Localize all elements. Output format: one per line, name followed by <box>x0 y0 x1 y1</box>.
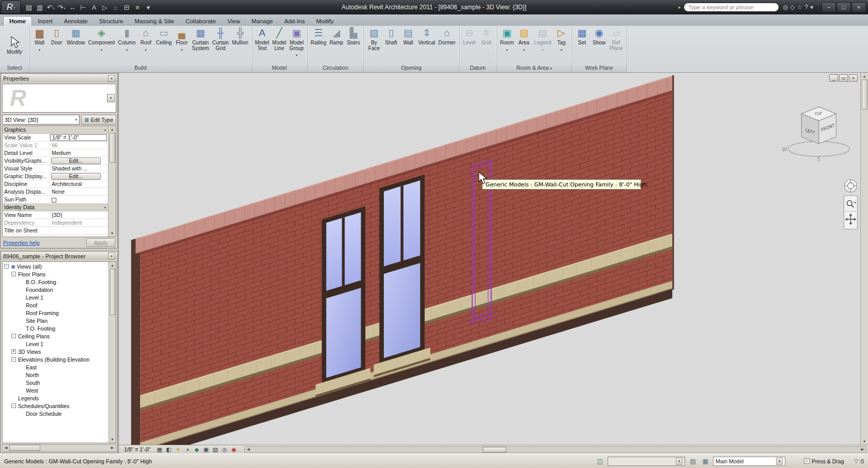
property-row[interactable]: Analysis Displa... Analysis Displa... No… <box>3 188 108 196</box>
ref-plane-button[interactable]: ▱ Ref Plane <box>608 27 625 64</box>
tab-home[interactable]: Home <box>3 16 32 26</box>
viewport-hscrollbar[interactable]: ◀▶ <box>244 446 866 453</box>
visual-style-icon[interactable]: ◧ <box>164 446 173 453</box>
scale-button[interactable]: 1/8" = 1'-0" <box>120 446 154 453</box>
property-row[interactable]: View Name View Name {3D} <box>3 211 108 219</box>
tree-item[interactable]: B.O. Footing <box>3 278 109 286</box>
project-browser-header[interactable]: 89406_sample - Project Browser × <box>1 252 117 260</box>
panel-label-work-plane[interactable]: Work Plane <box>572 64 626 72</box>
tree-item[interactable]: Site Plan <box>3 317 109 324</box>
vertical-opening-button[interactable]: ⇕ Vertical <box>416 27 437 64</box>
tab-manage[interactable]: Manage <box>246 17 279 26</box>
tree-expander-icon[interactable]: - <box>4 264 9 269</box>
property-row[interactable]: View Scale View Scale 1/8" = 1'-0" <box>3 134 108 142</box>
legend-button[interactable]: ▤ Legend <box>533 27 553 64</box>
tab-modify[interactable]: Modify <box>311 17 339 26</box>
binoculars-search-icon[interactable]: ◎ <box>782 4 789 11</box>
tab-add-ins[interactable]: Add-Ins <box>278 17 311 26</box>
shaft-opening-button[interactable]: ▯ Shaft <box>382 27 399 64</box>
help-icon[interactable]: ? <box>803 4 809 11</box>
tree-item[interactable]: - Ceiling Plans <box>3 332 109 340</box>
infocenter-toggle-icon[interactable]: ▸ <box>678 5 681 10</box>
roof-button[interactable]: ⌂ Roof <box>137 27 154 64</box>
model-line-button[interactable]: ╱ Model Line <box>271 27 288 64</box>
panel-label-room-area[interactable]: Room & Area <box>497 64 571 72</box>
properties-header[interactable]: Properties × <box>1 74 117 83</box>
dormer-opening-button[interactable]: ⌂ Dormer <box>437 27 457 64</box>
tree-item[interactable]: Roof <box>3 301 109 309</box>
property-row[interactable]: Title on Sheet Title on Sheet <box>3 227 108 235</box>
level-button[interactable]: ⊖ Level <box>461 27 478 64</box>
door-button[interactable]: ▯ Door <box>48 27 65 64</box>
tree-item[interactable]: West <box>3 386 109 394</box>
wall-opening-button[interactable]: ▤ Wall <box>399 27 416 64</box>
properties-close-button[interactable]: × <box>108 75 115 82</box>
project-browser-close-button[interactable]: × <box>108 253 115 259</box>
sun-path-icon[interactable]: ☀ <box>174 446 182 453</box>
window-2[interactable] <box>374 173 430 377</box>
tree-item[interactable]: East <box>3 363 109 371</box>
close-button[interactable]: × <box>851 2 866 12</box>
property-row[interactable]: Visibility/Graphi... Visibility/Graphi..… <box>3 157 108 165</box>
tree-item[interactable]: Level 1 <box>3 340 109 348</box>
property-row[interactable]: Identity Data Identity Data <box>3 204 108 211</box>
property-row[interactable]: Graphic Display... Graphic Display... Ed… <box>3 173 108 180</box>
tree-item[interactable]: South <box>3 379 109 386</box>
property-row[interactable]: Visual Style Visual Style Shaded with ..… <box>3 165 108 173</box>
viewport-vscrollbar[interactable]: ▲▼ <box>860 73 868 445</box>
column-button[interactable]: ▮ Column <box>116 27 137 64</box>
stairs-button[interactable]: ▙ Stairs <box>345 27 362 64</box>
press-drag-checkbox-box[interactable]: ✓ <box>804 458 810 464</box>
measure-icon[interactable]: ↔ <box>67 2 78 13</box>
property-row[interactable]: Discipline Discipline Architectural <box>3 180 108 188</box>
tree-item[interactable]: North <box>3 371 109 379</box>
selection-filter[interactable]: ▽ :0 <box>855 458 864 464</box>
undo-icon[interactable]: ↶ <box>45 2 56 13</box>
design-options-icon[interactable]: ▦ <box>701 457 710 465</box>
panel-label-circulation[interactable]: Circulation <box>307 64 364 72</box>
application-menu-button[interactable]: R ▾ <box>1 1 21 14</box>
tree-item[interactable]: Foundation <box>3 286 109 293</box>
section-icon[interactable]: ⊟ <box>121 2 132 13</box>
tab-massing-site[interactable]: Massing & Site <box>129 17 180 26</box>
model-text-button[interactable]: A Model Text <box>254 27 271 64</box>
show-work-plane-button[interactable]: ◉ Show <box>591 27 608 64</box>
tag-by-category-icon[interactable]: ▷ <box>100 2 110 13</box>
grid-button[interactable]: # Grid <box>478 27 495 64</box>
tree-item[interactable]: Legends <box>3 394 109 402</box>
press-drag-checkbox[interactable]: ✓ Press & Drag <box>804 458 844 464</box>
viewport-restore-button[interactable]: ▭ <box>839 74 848 82</box>
editing-requests-icon[interactable]: ▤ <box>688 457 698 465</box>
favorites-icon[interactable]: ☆ <box>796 4 804 11</box>
panel-label-model[interactable]: Model <box>252 64 307 72</box>
temporary-hide-isolate-icon[interactable]: ◎ <box>220 446 229 453</box>
project-browser-vscrollbar[interactable]: ▲▼ <box>109 262 116 443</box>
property-row[interactable]: Graphics Graphics <box>3 126 108 134</box>
tree-expander-icon[interactable]: - <box>11 334 16 338</box>
tree-item[interactable]: T.O. Footing <box>3 324 109 332</box>
property-row[interactable]: Sun Path Sun Path <box>3 196 108 204</box>
sun-path-checkbox[interactable] <box>52 198 56 202</box>
apply-button[interactable]: Apply <box>86 238 115 247</box>
panel-label-select[interactable]: Select <box>0 64 29 72</box>
model-canvas[interactable]: Generic Models : GM-Wall-Cut Opening Fam… <box>119 73 868 445</box>
default-3d-view-icon[interactable]: ⌂ <box>111 2 121 13</box>
reveal-hidden-icon[interactable]: ◉ <box>229 446 238 453</box>
redo-icon[interactable]: ↷ <box>56 2 67 13</box>
tree-item[interactable]: Roof Framing <box>3 309 109 317</box>
show-crop-icon[interactable]: ▧ <box>211 446 220 453</box>
ramp-button[interactable]: ◢ Ramp <box>328 27 345 64</box>
tree-expander-icon[interactable]: - <box>11 357 16 362</box>
communication-center-icon[interactable]: ◇ <box>789 4 796 11</box>
properties-scrollbar[interactable]: ▲▼ <box>108 126 116 237</box>
design-option-select[interactable]: Main Model ▾ <box>713 457 785 466</box>
maximize-button[interactable]: □ <box>836 2 851 12</box>
tree-expander-icon[interactable]: + <box>11 349 16 354</box>
modify-button[interactable]: Modify <box>2 27 27 64</box>
window-button[interactable]: ▦ Window <box>65 27 87 64</box>
mullion-button[interactable]: ╬ Mullion <box>230 27 250 64</box>
edit-type-button[interactable]: ▦ Edit Type <box>81 115 116 124</box>
component-button[interactable]: ◈ Component <box>87 27 117 64</box>
window-1[interactable] <box>316 205 370 397</box>
property-row[interactable]: Detail Level Detail Level Medium <box>3 149 108 157</box>
